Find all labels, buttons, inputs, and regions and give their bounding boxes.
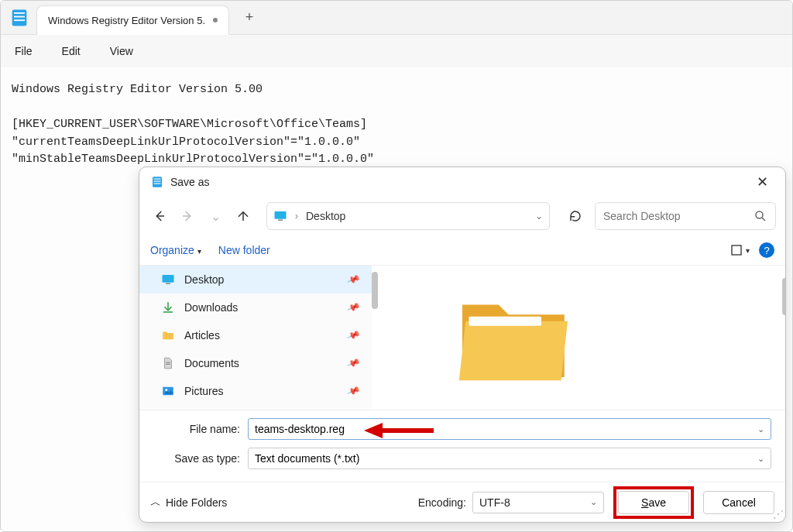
view-mode-button[interactable]: ▾ xyxy=(730,244,750,256)
new-tab-button[interactable]: + xyxy=(235,9,263,26)
toolbar-row: Organize▾ New folder ▾ ? xyxy=(139,235,785,265)
back-button[interactable] xyxy=(149,205,170,227)
menubar: File Edit View xyxy=(1,35,792,67)
up-button[interactable] xyxy=(232,205,254,227)
svg-rect-9 xyxy=(278,220,283,221)
editor-content[interactable]: Windows Registry Editor Version 5.00 [HK… xyxy=(1,67,792,183)
svg-rect-6 xyxy=(154,181,161,182)
svg-rect-3 xyxy=(14,19,25,21)
encoding-value: UTF-8 xyxy=(479,496,510,509)
sidebar-item-desktop[interactable]: Desktop 📌 xyxy=(139,266,372,293)
savetype-row: Save as type: Text documents (*.txt) ⌄ xyxy=(153,448,771,469)
download-icon xyxy=(161,300,175,314)
tab-active[interactable]: Windows Registry Editor Version 5. xyxy=(36,5,229,35)
svg-rect-4 xyxy=(153,177,162,187)
svg-rect-11 xyxy=(732,245,741,255)
sidebar: Desktop 📌 Downloads 📌 Articles 📌 xyxy=(139,266,372,410)
chevron-down-icon[interactable]: ⌄ xyxy=(590,497,597,507)
sidebar-item-label: Pictures xyxy=(184,385,224,397)
svg-rect-5 xyxy=(154,179,161,180)
breadcrumb-segment[interactable]: Desktop xyxy=(306,210,345,222)
folder-icon xyxy=(161,328,175,342)
app-tabbar: Windows Registry Editor Version 5. + xyxy=(1,1,792,35)
sidebar-item-label: Articles xyxy=(184,329,220,342)
sidebar-item-articles[interactable]: Articles 📌 xyxy=(139,321,372,349)
chevron-down-icon[interactable]: ⌄ xyxy=(757,454,764,464)
savetype-value: Text documents (*.txt) xyxy=(255,452,359,465)
pin-icon: 📌 xyxy=(346,384,361,398)
save-button[interactable]: Save xyxy=(618,491,689,514)
encoding-label: Encoding: xyxy=(418,496,466,509)
form-rows: File name: ⌄ Save as type: Text document… xyxy=(139,410,785,482)
sidebar-item-pictures[interactable]: Pictures 📌 xyxy=(139,377,372,405)
svg-rect-15 xyxy=(166,364,170,365)
save-as-dialog: Save as ✕ ⌄ › Desktop ⌄ xyxy=(139,166,786,523)
save-highlight: Save xyxy=(613,486,694,519)
desktop-icon xyxy=(161,273,175,287)
svg-rect-14 xyxy=(166,362,170,363)
chevron-down-icon[interactable]: ⌄ xyxy=(757,424,764,434)
svg-rect-7 xyxy=(154,184,161,184)
help-button[interactable]: ? xyxy=(759,242,774,258)
document-icon xyxy=(161,356,175,370)
sidebar-item-label: Downloads xyxy=(184,301,238,314)
sidebar-item-documents[interactable]: Documents 📌 xyxy=(139,349,372,377)
pin-icon: 📌 xyxy=(346,273,361,287)
svg-point-17 xyxy=(165,389,167,391)
savetype-label: Save as type: xyxy=(153,452,248,465)
breadcrumb[interactable]: › Desktop ⌄ xyxy=(266,202,550,230)
forward-button[interactable] xyxy=(177,205,198,227)
unsaved-indicator-icon xyxy=(213,18,218,22)
svg-rect-2 xyxy=(14,15,25,17)
scrollbar[interactable] xyxy=(372,272,378,309)
encoding-row: Encoding: UTF-8 ⌄ xyxy=(418,492,604,513)
pictures-icon xyxy=(161,384,175,398)
svg-rect-8 xyxy=(275,211,287,219)
svg-point-10 xyxy=(756,211,763,218)
dialog-title: Save as xyxy=(170,176,210,188)
chevron-down-icon[interactable]: ⌄ xyxy=(204,205,226,227)
organize-menu[interactable]: Organize▾ xyxy=(150,244,201,256)
nav-row: ⌄ › Desktop ⌄ xyxy=(139,197,785,235)
pin-icon: 📌 xyxy=(346,328,361,342)
preview-pane xyxy=(372,266,785,410)
filename-input[interactable] xyxy=(255,423,757,435)
sidebar-item-label: Desktop xyxy=(184,273,224,286)
refresh-button[interactable] xyxy=(562,203,589,229)
svg-rect-0 xyxy=(12,9,27,26)
folder-large-icon xyxy=(449,283,581,392)
pin-icon: 📌 xyxy=(346,356,361,370)
svg-rect-1 xyxy=(14,12,25,14)
new-folder-button[interactable]: New folder xyxy=(218,244,270,256)
svg-rect-18 xyxy=(469,317,542,326)
sidebar-item-downloads[interactable]: Downloads 📌 xyxy=(139,293,372,321)
sidebar-item-label: Documents xyxy=(184,357,239,369)
menu-file[interactable]: File xyxy=(10,40,37,62)
dialog-bottombar: ︿ Hide Folders Encoding: UTF-8 ⌄ Save Ca… xyxy=(139,482,785,522)
chevron-up-icon: ︿ xyxy=(150,496,161,510)
close-button[interactable]: ✕ xyxy=(750,170,774,194)
chevron-right-icon: › xyxy=(295,211,298,221)
pin-icon: 📌 xyxy=(346,300,361,314)
filename-row: File name: ⌄ xyxy=(153,418,771,440)
scrollbar[interactable] xyxy=(782,278,786,315)
notepad-icon xyxy=(9,7,30,29)
savetype-field[interactable]: Text documents (*.txt) ⌄ xyxy=(248,448,771,469)
search-input[interactable] xyxy=(603,210,735,222)
encoding-select[interactable]: UTF-8 ⌄ xyxy=(472,492,604,513)
resize-grip-icon[interactable]: ⋰ xyxy=(773,511,782,519)
hide-folders-toggle[interactable]: ︿ Hide Folders xyxy=(150,496,227,510)
desktop-icon xyxy=(273,209,287,223)
cancel-button[interactable]: Cancel xyxy=(703,491,774,514)
chevron-down-icon[interactable]: ⌄ xyxy=(529,211,543,221)
svg-rect-13 xyxy=(166,283,170,285)
menu-view[interactable]: View xyxy=(105,40,138,62)
search-icon xyxy=(754,209,767,223)
svg-rect-12 xyxy=(163,275,174,283)
tab-title: Windows Registry Editor Version 5. xyxy=(48,15,205,26)
menu-edit[interactable]: Edit xyxy=(57,40,85,62)
search-bar[interactable] xyxy=(595,202,776,230)
dialog-titlebar: Save as ✕ xyxy=(139,167,785,197)
notepad-icon xyxy=(150,175,164,189)
filename-field[interactable]: ⌄ xyxy=(248,418,771,440)
